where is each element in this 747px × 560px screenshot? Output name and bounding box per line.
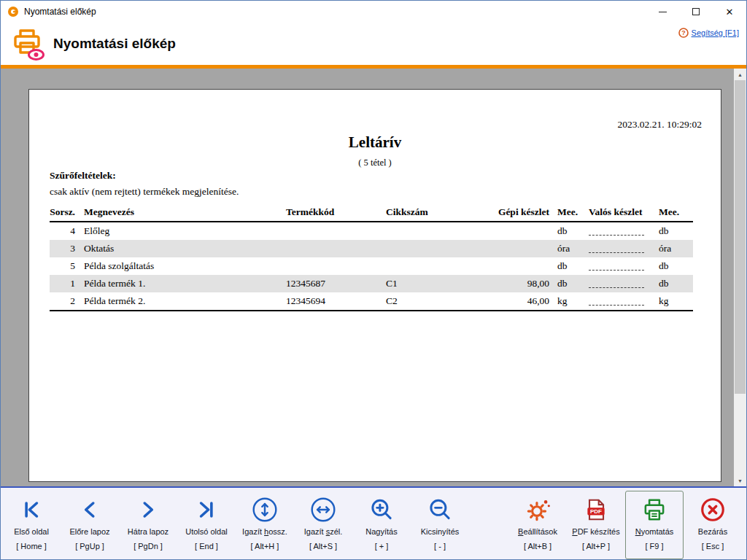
next-page-icon bbox=[134, 496, 162, 524]
filter-conditions-label: Szűrőfeltételek: bbox=[50, 170, 116, 182]
fill-in-blank bbox=[589, 252, 644, 253]
toolbar-button-fit-height[interactable]: Igazít hossz. [ Alt+H ] bbox=[236, 491, 294, 559]
toolbar-button-close[interactable]: Bezárás [ Esc ] bbox=[684, 491, 742, 559]
print-icon bbox=[640, 496, 668, 524]
cell-valos-keszlet bbox=[589, 222, 653, 240]
toolbar-button-fit-width[interactable]: Igazít szél. [ Alt+S ] bbox=[294, 491, 352, 559]
cell-mee-2: db bbox=[653, 257, 693, 275]
cell-valos-keszlet bbox=[589, 257, 653, 275]
table-row: 3 Oktatás óra óra bbox=[50, 240, 693, 257]
previous-page-icon bbox=[76, 496, 104, 524]
fill-in-blank bbox=[589, 287, 644, 288]
col-header-gepi-keszlet: Gépi készlet bbox=[488, 205, 554, 219]
toolbar-button-shortcut: [ Alt+P ] bbox=[582, 542, 610, 551]
app-icon bbox=[7, 6, 19, 18]
toolbar-button-label: PDF készítés bbox=[572, 527, 619, 536]
table-row: 1 Példa termék 1. 12345687 C1 98,00 db d… bbox=[50, 275, 693, 292]
toolbar-button-label: Beállítások bbox=[518, 527, 557, 536]
toolbar-button-label: Nagyítás bbox=[365, 527, 397, 536]
svg-text:PDF: PDF bbox=[590, 508, 602, 515]
toolbar-button-shortcut: [ End ] bbox=[195, 542, 218, 551]
col-header-cikkszam: Cikkszám bbox=[386, 205, 488, 219]
cell-megnevezes: Példa szolgáltatás bbox=[79, 257, 286, 275]
cell-mee-2: óra bbox=[653, 240, 693, 257]
cell-termekkod bbox=[286, 240, 386, 257]
cell-cikkszam: C1 bbox=[386, 275, 488, 292]
cell-mee-1: óra bbox=[554, 240, 589, 257]
minimize-button[interactable] bbox=[646, 1, 679, 23]
cell-cikkszam bbox=[386, 240, 488, 257]
cell-mee-2: db bbox=[653, 222, 693, 240]
toolbar-button-zoom-out[interactable]: Kicsinyítés [ - ] bbox=[411, 491, 469, 559]
toolbar-button-label: Kicsinyítés bbox=[421, 527, 460, 536]
close-icon bbox=[699, 496, 727, 524]
toolbar-button-page-down[interactable]: Hátra lapoz [ PgDn ] bbox=[119, 491, 177, 559]
scroll-up-icon[interactable]: ▲ bbox=[734, 69, 746, 80]
toolbar-button-shortcut: [ PgUp ] bbox=[75, 542, 104, 551]
toolbar-button-page-up[interactable]: Előre lapoz [ PgUp ] bbox=[61, 491, 119, 559]
maximize-button[interactable] bbox=[679, 1, 713, 23]
col-header-mee-2: Mee. bbox=[653, 205, 693, 219]
cell-gepi-keszlet bbox=[488, 257, 554, 275]
toolbar-button-pdf[interactable]: PDF PDF készítés [ Alt+P ] bbox=[567, 491, 625, 559]
fill-in-blank bbox=[589, 235, 644, 236]
print-preview-icon bbox=[9, 26, 44, 61]
toolbar-button-shortcut: [ Alt+H ] bbox=[251, 542, 279, 551]
toolbar-button-label: Igazít hossz. bbox=[242, 527, 287, 536]
titlebar[interactable]: Nyomtatási előkép ✕ bbox=[1, 1, 746, 23]
cell-cikkszam bbox=[386, 257, 488, 275]
cell-sorsz: 1 bbox=[50, 275, 79, 292]
toolbar-button-shortcut: [ Home ] bbox=[16, 542, 47, 551]
cell-megnevezes: Előleg bbox=[79, 222, 286, 240]
close-window-button[interactable]: ✕ bbox=[713, 1, 746, 23]
toolbar-button-zoom-in[interactable]: Nagyítás [ + ] bbox=[352, 491, 411, 559]
toolbar-button-label: Igazít szél. bbox=[304, 527, 343, 536]
header: Nyomtatási előkép ? Segítség [F1] bbox=[1, 23, 746, 65]
col-header-mee-1: Mee. bbox=[554, 205, 589, 219]
vertical-scrollbar[interactable]: ▲ ▼ bbox=[734, 69, 746, 486]
toolbar-button-last-page[interactable]: Utolsó oldal [ End ] bbox=[177, 491, 236, 559]
close-window-icon: ✕ bbox=[726, 7, 734, 17]
help-link[interactable]: ? Segítség [F1] bbox=[678, 28, 739, 38]
col-header-valos-keszlet: Valós készlet bbox=[589, 205, 653, 219]
scroll-down-icon[interactable]: ▼ bbox=[734, 475, 746, 486]
toolbar-button-shortcut: [ PgDn ] bbox=[133, 542, 163, 551]
cell-mee-2: kg bbox=[653, 292, 693, 310]
cell-sorsz: 5 bbox=[50, 257, 79, 275]
cell-mee-1: db bbox=[554, 275, 589, 292]
cell-termekkod: 12345694 bbox=[286, 292, 386, 310]
table-row: 5 Példa szolgáltatás db db bbox=[50, 257, 693, 275]
cell-gepi-keszlet: 46,00 bbox=[488, 292, 554, 310]
preview-area: 2023.02.21. 10:29:02 Leltárív ( 5 tétel … bbox=[1, 69, 746, 486]
zoom-out-icon bbox=[426, 496, 454, 524]
help-icon: ? bbox=[678, 28, 689, 38]
pdf-icon: PDF bbox=[582, 496, 610, 524]
toolbar-button-shortcut: [ Alt+S ] bbox=[309, 542, 337, 551]
toolbar-button-label: Utolsó oldal bbox=[185, 527, 227, 536]
first-page-icon bbox=[18, 496, 45, 524]
toolbar-button-shortcut: [ Alt+B ] bbox=[524, 542, 551, 551]
cell-sorsz: 2 bbox=[50, 292, 79, 310]
cell-mee-2: db bbox=[653, 275, 693, 292]
toolbar-button-settings[interactable]: Beállítások [ Alt+B ] bbox=[508, 491, 567, 559]
svg-text:?: ? bbox=[681, 29, 686, 36]
toolbar-button-shortcut: [ Esc ] bbox=[702, 542, 724, 551]
scrollbar-thumb[interactable] bbox=[735, 80, 746, 394]
document-page: 2023.02.21. 10:29:02 Leltárív ( 5 tétel … bbox=[28, 89, 721, 482]
report-timestamp: 2023.02.21. 10:29:02 bbox=[617, 119, 702, 131]
toolbar-button-label: Hátra lapoz bbox=[128, 527, 169, 536]
toolbar-button-label: Első oldal bbox=[14, 527, 49, 536]
window-title: Nyomtatási előkép bbox=[24, 7, 96, 17]
page-title: Nyomtatási előkép bbox=[53, 36, 176, 52]
cell-mee-1: db bbox=[554, 222, 589, 240]
toolbar-button-print[interactable]: Nyomtatás [ F9 ] bbox=[625, 491, 684, 559]
cell-cikkszam bbox=[386, 222, 488, 240]
report-table: Sorsz. Megnevezés Termékkód Cikkszám Gép… bbox=[50, 205, 693, 311]
settings-icon bbox=[524, 496, 551, 524]
cell-megnevezes: Példa termék 1. bbox=[79, 275, 286, 292]
toolbar-button-first-page[interactable]: Első oldal [ Home ] bbox=[2, 491, 61, 559]
toolbar-button-label: Nyomtatás bbox=[635, 527, 674, 536]
cell-cikkszam: C2 bbox=[386, 292, 488, 310]
bottom-toolbar: Első oldal [ Home ] Előre lapoz [ PgUp ]… bbox=[1, 486, 746, 559]
table-header-row: Sorsz. Megnevezés Termékkód Cikkszám Gép… bbox=[50, 205, 693, 222]
